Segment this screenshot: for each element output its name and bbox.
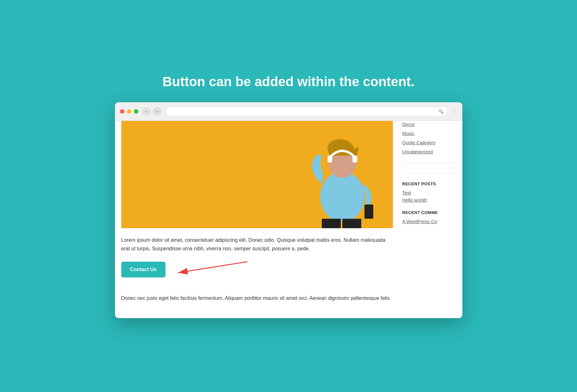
browser-menu-button[interactable]: ⋮ [452,108,457,115]
sidebar-link-quote[interactable]: Quote Category [402,139,456,146]
sidebar-link-decor[interactable]: Decor [402,121,456,128]
svg-rect-4 [352,156,357,163]
sidebar: Decor Music Quote Category Uncategorized… [399,121,462,318]
close-dot[interactable] [120,109,124,114]
back-button[interactable]: ← [142,107,151,116]
forward-icon: → [155,109,159,114]
sidebar-post-hello[interactable]: Hello world! [402,197,456,203]
sidebar-search-input[interactable] [402,163,456,174]
address-bar[interactable]: 🔍 [165,107,448,116]
hero-image [121,121,393,228]
minimize-dot[interactable] [127,109,131,114]
browser-nav: ← → [142,107,162,116]
browser-window: ← → 🔍 ⋮ [115,102,462,318]
svg-line-10 [178,262,248,273]
maximize-dot[interactable] [134,109,138,114]
browser-chrome: ← → 🔍 ⋮ [115,102,462,121]
svg-rect-7 [323,220,340,228]
browser-content: Lorem ipsum dolor sit amet, consectetuer… [115,121,462,318]
svg-rect-3 [328,156,332,163]
main-content: Lorem ipsum dolor sit amet, consectetuer… [115,121,399,318]
contact-us-button[interactable]: Contact Us [121,262,165,277]
hero-background [121,121,393,228]
forward-button[interactable]: → [153,107,162,116]
svg-point-0 [320,171,364,222]
browser-dots [120,109,138,114]
arrow-indicator [159,258,254,276]
recent-posts-title: RECENT POSTS [402,181,456,186]
svg-rect-2 [364,205,373,219]
lorem-paragraph: Lorem ipsum dolor sit amet, consectetuer… [121,236,393,253]
hero-illustration [267,121,393,228]
page-title: Button can be added within the content. [163,74,415,90]
bottom-paragraph: Donec nec justo eget felis facilisis fer… [121,294,393,302]
sidebar-link-uncategorized[interactable]: Uncategorized [402,148,456,155]
svg-rect-8 [342,220,360,228]
back-icon: ← [144,109,149,114]
sidebar-comment-wp[interactable]: A WordPress Co [402,219,456,224]
button-section: Contact Us [121,262,393,286]
sidebar-post-test[interactable]: Test [402,190,456,195]
sidebar-link-music[interactable]: Music [402,130,456,137]
search-icon: 🔍 [438,109,444,114]
body-content: Lorem ipsum dolor sit amet, consectetuer… [121,236,393,309]
recent-comments-title: RECENT COMME [402,210,456,215]
